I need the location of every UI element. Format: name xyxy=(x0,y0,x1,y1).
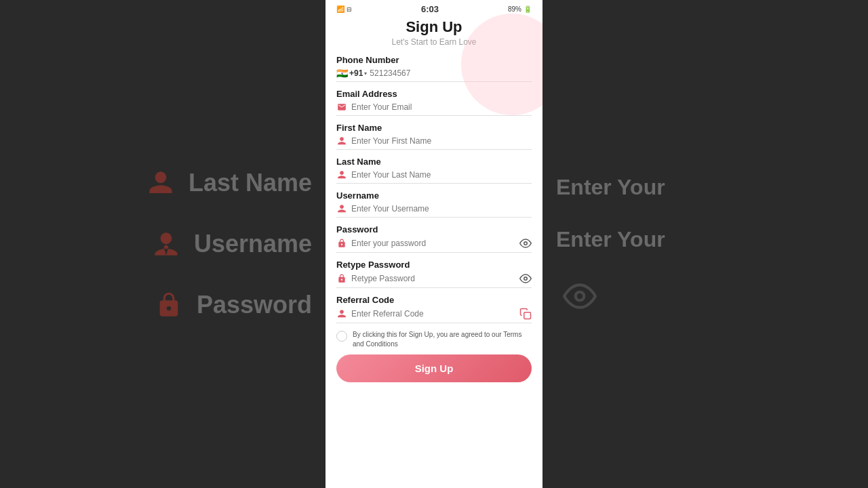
svg-point-0 xyxy=(524,242,528,245)
country-code: +91 xyxy=(349,68,363,78)
terms-text: By clicking this for Sign Up, you are ag… xyxy=(353,330,532,349)
extra-signal: ⊟ xyxy=(347,6,352,13)
email-icon xyxy=(336,102,347,113)
user-badge-icon xyxy=(336,203,347,214)
show-retype-password-icon[interactable] xyxy=(519,272,532,285)
username-input[interactable] xyxy=(351,204,532,214)
phone-field-row: 🇮🇳 +91 ▾ xyxy=(336,68,532,82)
email-field-row xyxy=(336,102,532,116)
bg-right-panel: Enter Your Enter Your xyxy=(542,0,868,488)
phone-field-group: Phone Number 🇮🇳 +91 ▾ xyxy=(336,55,532,82)
password-field-row xyxy=(336,237,532,253)
svg-point-1 xyxy=(524,277,528,281)
battery-icon: 🔋 xyxy=(524,5,532,13)
status-time: 6:03 xyxy=(421,4,439,14)
last-name-field-row xyxy=(336,169,532,184)
referral-input[interactable] xyxy=(351,309,515,319)
last-name-label: Last Name xyxy=(336,157,532,167)
first-name-input[interactable] xyxy=(351,136,532,146)
terms-row: By clicking this for Sign Up, you are ag… xyxy=(336,330,532,349)
page-title: Sign Up xyxy=(336,18,532,36)
user-icon-last xyxy=(336,169,347,180)
copy-icon[interactable] xyxy=(519,308,532,320)
phone-panel: 📶 ⊟ 6:03 89% 🔋 Sign Up Let's Start to Ea… xyxy=(326,0,542,488)
country-picker[interactable]: 🇮🇳 +91 ▾ xyxy=(336,68,367,79)
phone-label: Phone Number xyxy=(336,55,532,65)
bg-right-label-2: Enter Your xyxy=(556,227,665,252)
retype-password-label: Retype Password xyxy=(336,260,532,270)
email-field-group: Email Address xyxy=(336,89,532,116)
bg-right-enter-your: Enter Your xyxy=(556,175,665,200)
last-name-input[interactable] xyxy=(351,170,532,180)
retype-password-field-group: Retype Password xyxy=(336,260,532,288)
bg-right-label-1: Enter Your xyxy=(556,175,665,200)
email-label: Email Address xyxy=(336,89,532,99)
page-subtitle: Let's Start to Earn Love xyxy=(336,37,532,47)
referral-field-group: Referral Code xyxy=(336,295,532,323)
svg-point-3 xyxy=(576,292,585,301)
lock-icon-retype xyxy=(336,273,347,284)
bg-item-username: Username xyxy=(149,227,312,261)
bg-right-enter-your-2: Enter Your xyxy=(556,227,665,252)
signal-icon: 📶 xyxy=(336,5,344,13)
user-icon-first xyxy=(336,136,347,146)
username-field-row xyxy=(336,203,532,218)
bg-label-username: Username xyxy=(194,230,312,258)
first-name-field-group: First Name xyxy=(336,123,532,150)
status-bar: 📶 ⊟ 6:03 89% 🔋 xyxy=(326,0,542,18)
password-input[interactable] xyxy=(351,239,515,248)
battery-pct: 89% xyxy=(508,5,521,13)
referral-label: Referral Code xyxy=(336,295,532,305)
lock-icon-bg xyxy=(152,288,186,322)
bg-right-eye xyxy=(556,279,604,313)
flag-emoji: 🇮🇳 xyxy=(336,68,348,79)
status-left: 📶 ⊟ xyxy=(336,5,352,13)
chevron-down-icon: ▾ xyxy=(364,70,367,77)
bg-label-password: Password xyxy=(197,291,312,319)
bg-left-panel: Last Name Username Password xyxy=(0,0,326,488)
form-area: Sign Up Let's Start to Earn Love Phone N… xyxy=(326,18,542,488)
user-icon-bg xyxy=(144,166,178,200)
signup-button[interactable]: Sign Up xyxy=(336,354,532,382)
referral-icon xyxy=(336,308,347,319)
retype-password-input[interactable] xyxy=(351,274,515,283)
terms-checkbox[interactable] xyxy=(336,331,347,342)
bg-label-last-name: Last Name xyxy=(189,169,312,197)
show-password-icon[interactable] xyxy=(519,237,532,249)
username-field-group: Username xyxy=(336,190,532,218)
lock-icon-password xyxy=(336,238,347,249)
retype-password-field-row xyxy=(336,272,532,288)
svg-rect-2 xyxy=(524,312,531,319)
bg-item-password: Password xyxy=(152,288,312,322)
user-badge-icon-bg xyxy=(149,227,183,261)
referral-field-row xyxy=(336,308,532,323)
password-field-group: Password xyxy=(336,224,532,253)
email-input[interactable] xyxy=(351,102,532,112)
first-name-field-row xyxy=(336,136,532,150)
username-label: Username xyxy=(336,190,532,201)
phone-input[interactable] xyxy=(370,68,532,78)
password-label: Password xyxy=(336,224,532,235)
first-name-label: First Name xyxy=(336,123,532,133)
bg-item-last-name: Last Name xyxy=(144,166,312,200)
status-right: 89% 🔋 xyxy=(508,5,532,13)
last-name-field-group: Last Name xyxy=(336,157,532,184)
